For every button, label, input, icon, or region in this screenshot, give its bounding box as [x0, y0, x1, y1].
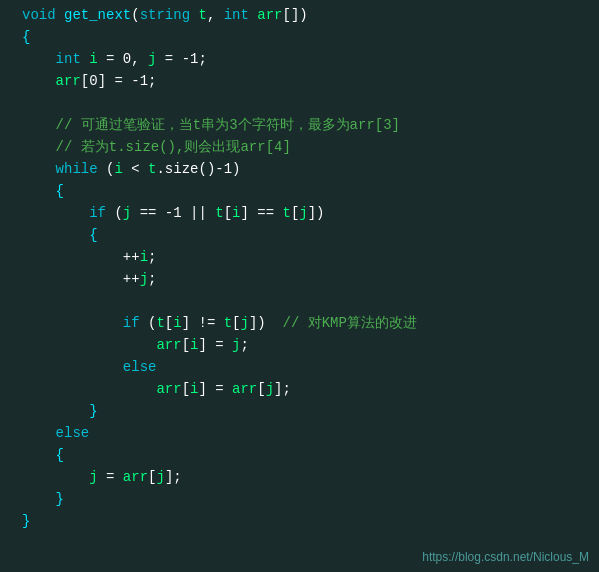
indent-spaces — [22, 161, 56, 177]
token-plain: = -1; — [156, 51, 206, 67]
line-content: int i = 0, j = -1; — [18, 48, 591, 70]
token-comment: // 对KMP算法的改进 — [283, 315, 417, 331]
token-plain: ] = — [198, 381, 232, 397]
code-line: { — [0, 444, 599, 466]
token-plain: ] = — [198, 337, 232, 353]
token-var-j: j — [299, 205, 307, 221]
indent-spaces — [22, 249, 123, 265]
token-plain: ( — [98, 161, 115, 177]
token-var-i: i — [89, 51, 97, 67]
token-brace: { — [56, 447, 64, 463]
code-line: j = arr[j]; — [0, 466, 599, 488]
token-plain: == -1 || — [131, 205, 215, 221]
line-content: // 可通过笔验证，当t串为3个字符时，最多为arr[3] — [18, 114, 591, 136]
token-plain: < — [123, 161, 148, 177]
code-line: // 可通过笔验证，当t串为3个字符时，最多为arr[3] — [0, 114, 599, 136]
token-var-j: j — [89, 469, 97, 485]
indent-spaces — [22, 425, 56, 441]
token-plain: .size()-1) — [156, 161, 240, 177]
token-plain — [81, 51, 89, 67]
indent-spaces — [22, 381, 156, 397]
code-line: arr[i] = arr[j]; — [0, 378, 599, 400]
line-content: void get_next(string t, int arr[]) — [18, 4, 591, 26]
code-line: ++j; — [0, 268, 599, 290]
token-plain: ; — [148, 271, 156, 287]
line-content: ++j; — [18, 268, 591, 290]
watermark: https://blog.csdn.net/Niclous_M — [422, 550, 589, 564]
indent-spaces — [22, 139, 56, 155]
token-var-t: t — [283, 205, 291, 221]
token-plain: ]) — [249, 315, 283, 331]
code-line: int i = 0, j = -1; — [0, 48, 599, 70]
code-line: } — [0, 488, 599, 510]
line-content: ++i; — [18, 246, 591, 268]
token-kw-void: void — [22, 7, 56, 23]
token-plain: [ — [165, 315, 173, 331]
token-plain: ] == — [240, 205, 282, 221]
token-plain: ; — [148, 249, 156, 265]
token-plain: ; — [240, 337, 248, 353]
token-kw-int: int — [56, 51, 81, 67]
token-var-i: i — [114, 161, 122, 177]
line-content: // 若为t.size(),则会出现arr[4] — [18, 136, 591, 158]
token-fn-name: get_next — [64, 7, 131, 23]
code-line: while (i < t.size()-1) — [0, 158, 599, 180]
token-var-j: j — [241, 315, 249, 331]
token-plain: ++ — [123, 249, 140, 265]
code-line: void get_next(string t, int arr[]) — [0, 4, 599, 26]
token-brace: } — [89, 403, 97, 419]
token-plain: [ — [257, 381, 265, 397]
indent-spaces — [22, 183, 56, 199]
indent-spaces — [22, 447, 56, 463]
token-brace: } — [22, 513, 30, 529]
token-kw-if: if — [123, 315, 140, 331]
indent-spaces — [22, 337, 156, 353]
code-line: { — [0, 180, 599, 202]
code-line: if (t[i] != t[j]) // 对KMP算法的改进 — [0, 312, 599, 334]
token-plain: [ — [182, 381, 190, 397]
line-content: j = arr[j]; — [18, 466, 591, 488]
indent-spaces — [22, 315, 123, 331]
token-var-t: t — [215, 205, 223, 221]
indent-spaces — [22, 117, 56, 133]
token-plain: ( — [131, 7, 139, 23]
token-kw-string: string — [140, 7, 190, 23]
code-line: } — [0, 510, 599, 532]
token-plain: ]) — [308, 205, 325, 221]
token-plain: [ — [182, 337, 190, 353]
code-line — [0, 92, 599, 114]
token-plain: ( — [140, 315, 157, 331]
code-editor: void get_next(string t, int arr[]){ int … — [0, 0, 599, 572]
indent-spaces — [22, 205, 89, 221]
token-plain: ]; — [165, 469, 182, 485]
code-line: else — [0, 422, 599, 444]
token-brace: { — [22, 29, 30, 45]
token-plain: = 0, — [98, 51, 148, 67]
token-plain: []) — [283, 7, 308, 23]
line-content: while (i < t.size()-1) — [18, 158, 591, 180]
token-plain: = — [98, 469, 123, 485]
token-var-arr: arr — [156, 337, 181, 353]
token-plain: ( — [106, 205, 123, 221]
line-content: else — [18, 356, 591, 378]
token-var-arr: arr — [56, 73, 81, 89]
token-plain: [ — [224, 205, 232, 221]
token-var-i: i — [140, 249, 148, 265]
code-line: // 若为t.size(),则会出现arr[4] — [0, 136, 599, 158]
token-var-arr: arr — [232, 381, 257, 397]
token-brace: } — [56, 491, 64, 507]
line-content: arr[i] = j; — [18, 334, 591, 356]
code-line: arr[0] = -1; — [0, 70, 599, 92]
line-content: { — [18, 224, 591, 246]
token-brace: { — [56, 183, 64, 199]
indent-spaces — [22, 271, 123, 287]
line-content: else — [18, 422, 591, 444]
token-var-j: j — [266, 381, 274, 397]
line-content: { — [18, 180, 591, 202]
line-content: arr[0] = -1; — [18, 70, 591, 92]
token-var-t: t — [224, 315, 232, 331]
token-plain: ]; — [274, 381, 291, 397]
token-comment: // 可通过笔验证，当t串为3个字符时，最多为arr[3] — [56, 117, 400, 133]
token-plain: [0] = -1; — [81, 73, 157, 89]
token-var-j: j — [140, 271, 148, 287]
